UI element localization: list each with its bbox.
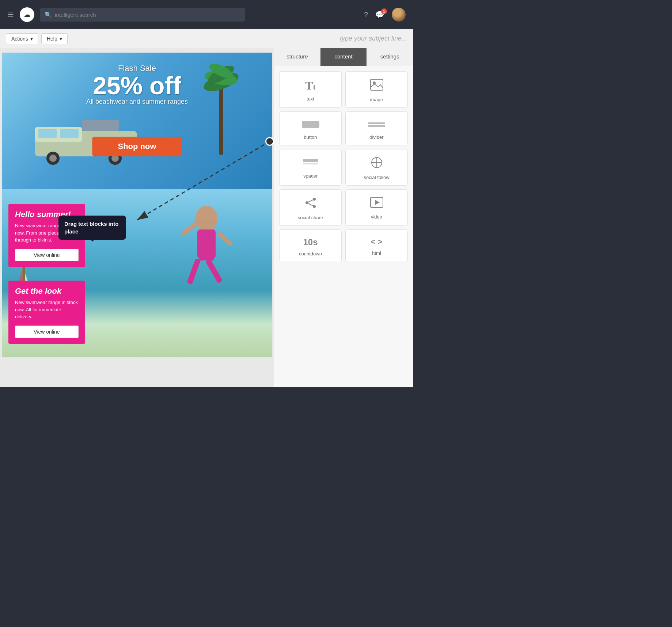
image-block-label: image bbox=[370, 97, 383, 102]
help-button[interactable]: Help ▾ bbox=[41, 33, 68, 44]
card-1-button[interactable]: View online bbox=[15, 249, 79, 261]
subject-line-placeholder[interactable]: type your subject line... bbox=[340, 35, 407, 42]
block-text[interactable]: Tt text bbox=[279, 71, 342, 108]
block-countdown[interactable]: 10s countdown bbox=[279, 229, 342, 262]
svg-rect-19 bbox=[197, 229, 216, 259]
nav-right-actions: ? 💬 1 bbox=[364, 8, 406, 22]
hero-section: Flash Sale 25% off All beachwear and sum… bbox=[2, 53, 272, 189]
social-share-block-icon bbox=[305, 197, 316, 211]
block-spacer[interactable]: spacer bbox=[279, 149, 342, 186]
search-icon: 🔍 bbox=[45, 11, 52, 18]
svg-rect-33 bbox=[303, 159, 318, 162]
email-canvas: Flash Sale 25% off All beachwear and sum… bbox=[2, 53, 272, 357]
svg-rect-24 bbox=[187, 259, 201, 285]
svg-rect-23 bbox=[216, 231, 233, 246]
shop-now-button[interactable]: Shop now bbox=[92, 137, 182, 156]
panel-tabs: structure content settings bbox=[274, 48, 413, 66]
button-block-label: button bbox=[304, 134, 317, 140]
spacer-block-label: spacer bbox=[303, 173, 318, 179]
svg-rect-22 bbox=[181, 221, 198, 236]
block-social-share[interactable]: social share bbox=[279, 189, 342, 226]
actions-chevron-icon: ▾ bbox=[30, 36, 33, 42]
text-block-icon: Tt bbox=[305, 79, 316, 92]
drag-callout: Drag text blocks into place bbox=[58, 216, 126, 240]
svg-rect-34 bbox=[303, 163, 318, 164]
card-2-button[interactable]: View online bbox=[15, 326, 79, 338]
tab-settings[interactable]: settings bbox=[367, 48, 413, 66]
help-chevron-icon: ▾ bbox=[60, 36, 62, 42]
avatar[interactable] bbox=[392, 8, 406, 22]
html-block-label: html bbox=[372, 250, 381, 256]
notifications-icon[interactable]: 💬 1 bbox=[375, 10, 384, 19]
svg-rect-25 bbox=[205, 259, 223, 284]
tab-content[interactable]: content bbox=[320, 48, 367, 66]
notification-badge: 1 bbox=[381, 8, 387, 14]
card-2-body: New swimwear range in stock now. All for… bbox=[15, 299, 79, 320]
help-label: Help bbox=[47, 36, 57, 42]
block-html[interactable]: < > html bbox=[345, 229, 408, 262]
countdown-block-icon: 10s bbox=[303, 237, 318, 247]
avatar-image bbox=[392, 8, 406, 22]
divider-block-icon bbox=[368, 119, 386, 131]
social-follow-block-icon bbox=[371, 157, 383, 171]
svg-point-39 bbox=[313, 198, 316, 201]
divider-block-label: divider bbox=[369, 134, 383, 140]
svg-rect-7 bbox=[38, 129, 57, 138]
svg-point-10 bbox=[49, 155, 57, 162]
woman-illustration bbox=[148, 189, 250, 357]
svg-point-38 bbox=[305, 201, 308, 204]
hamburger-menu-icon[interactable]: ☰ bbox=[7, 10, 14, 19]
svg-rect-30 bbox=[302, 121, 319, 128]
sub-text: All beachwear and summer ranges bbox=[2, 98, 272, 106]
hero-text-block: Flash Sale 25% off All beachwear and sum… bbox=[2, 64, 272, 106]
svg-line-42 bbox=[308, 204, 313, 206]
email-preview-area: Flash Sale 25% off All beachwear and sum… bbox=[0, 48, 274, 387]
svg-marker-44 bbox=[375, 200, 380, 205]
social-follow-block-label: social follow bbox=[364, 175, 389, 180]
video-block-label: video bbox=[371, 214, 382, 220]
right-panel: structure content settings Tt text image bbox=[274, 48, 413, 387]
search-wrapper: 🔍 bbox=[40, 8, 245, 22]
cloud-logo[interactable]: ☁ bbox=[20, 7, 34, 22]
callout-text: Drag text blocks into place bbox=[64, 221, 118, 235]
card-2-title: Get the look bbox=[15, 286, 79, 296]
beach-section: Hello summer! New swimwear range in stoc… bbox=[2, 189, 272, 357]
video-block-icon bbox=[370, 197, 383, 210]
tab-structure[interactable]: structure bbox=[274, 48, 320, 66]
search-input[interactable] bbox=[40, 8, 245, 22]
percent-off-text: 25% off bbox=[2, 73, 272, 98]
help-icon[interactable]: ? bbox=[364, 11, 368, 19]
card-get-look: Get the look New swimwear range in stock… bbox=[8, 281, 85, 344]
block-video[interactable]: video bbox=[345, 189, 408, 226]
countdown-block-label: countdown bbox=[299, 251, 322, 256]
spacer-block-icon bbox=[301, 157, 320, 170]
block-button[interactable]: button bbox=[279, 111, 342, 145]
svg-line-41 bbox=[308, 200, 313, 202]
block-divider[interactable]: divider bbox=[345, 111, 408, 145]
top-navigation-bar: ☰ ☁ 🔍 ? 💬 1 bbox=[0, 0, 413, 29]
html-block-icon: < > bbox=[371, 237, 383, 247]
svg-point-18 bbox=[195, 206, 217, 231]
block-social-follow[interactable]: social follow bbox=[345, 149, 408, 186]
actions-button[interactable]: Actions ▾ bbox=[6, 33, 38, 44]
block-image[interactable]: image bbox=[345, 71, 408, 108]
content-blocks-grid: Tt text image button bbox=[274, 66, 413, 267]
svg-point-40 bbox=[313, 205, 316, 208]
toolbar: Actions ▾ Help ▾ type your subject line.… bbox=[0, 29, 413, 48]
image-block-icon bbox=[370, 79, 383, 93]
svg-rect-28 bbox=[371, 79, 383, 90]
actions-label: Actions bbox=[11, 36, 28, 42]
social-share-block-label: social share bbox=[298, 215, 323, 220]
svg-rect-8 bbox=[60, 129, 79, 138]
main-area: Flash Sale 25% off All beachwear and sum… bbox=[0, 48, 413, 387]
button-block-icon bbox=[301, 119, 320, 131]
text-block-label: text bbox=[307, 96, 314, 102]
svg-rect-13 bbox=[82, 120, 119, 131]
